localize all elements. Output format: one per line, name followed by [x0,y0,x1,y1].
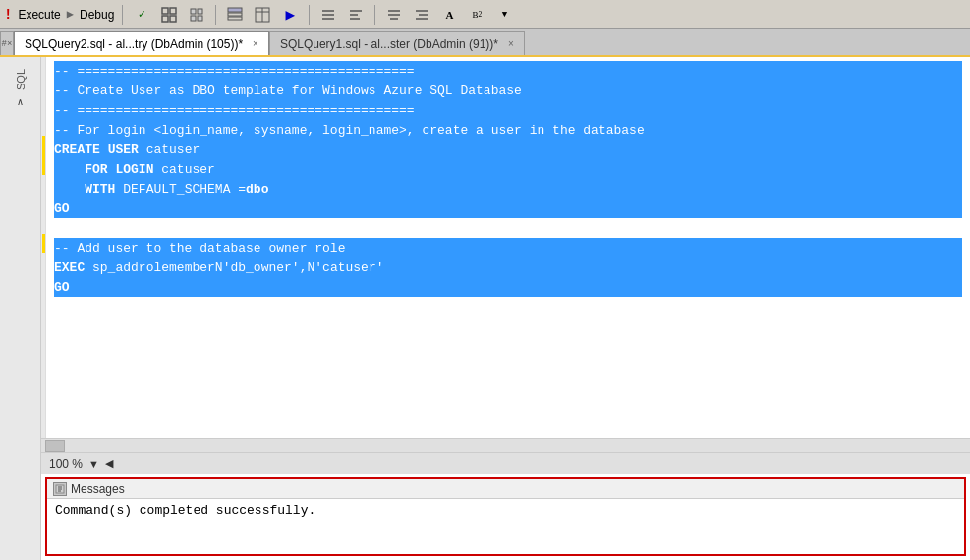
code-line-10: -- Add user to the database owner role [54,238,962,257]
code-area[interactable]: -- =====================================… [46,57,970,438]
zoom-label: 100 % [49,457,83,471]
text-icon2[interactable]: B2 [466,4,487,26]
tab-1-label: SQLQuery2.sql - al...try (DbAdmin (105))… [25,37,243,51]
messages-panel: Messages Command(s) completed successful… [45,477,966,556]
svg-rect-6 [191,16,196,21]
exclamation-icon: ! [4,7,12,23]
toolbar: ! Execute ▶ Debug ✓ ▶ A B2 ▼ [0,0,970,29]
code-line-9 [54,218,962,238]
messages-icon [53,482,67,496]
scroll-left-icon[interactable]: ◀ [105,457,113,470]
editor-main: -- =====================================… [41,57,970,438]
svg-rect-7 [198,16,202,21]
svg-rect-3 [170,16,176,22]
lines-icon1[interactable] [317,4,339,26]
dropdown-icon[interactable]: ▼ [493,4,515,26]
code-line-2: -- Create User as DBO template for Windo… [54,81,962,100]
main-layout: SQL ∧ -- ===============================… [0,57,970,560]
grid-icon1[interactable] [158,4,180,26]
play-icon[interactable]: ▶ [279,4,301,26]
code-line-1: -- =====================================… [54,61,962,81]
tab-2-label: SQLQuery1.sql - al...ster (DbAdmin (91))… [280,37,498,51]
checkmark-icon: ✓ [131,4,152,26]
align-icon2[interactable] [411,4,432,26]
tab-1-close[interactable]: × [253,38,258,49]
svg-rect-5 [198,9,202,14]
code-line-5: CREATE USER catuser [54,140,962,159]
code-line-11: EXEC sp_addrolemember N'db_owner', N'cat… [54,257,962,277]
messages-title: Messages [71,482,125,496]
table-icon[interactable] [224,4,246,26]
svg-rect-9 [228,13,242,16]
messages-header: Messages [47,479,964,499]
sep1 [122,5,123,25]
collapse-btn[interactable]: ∧ [17,96,23,108]
execute-button[interactable]: Execute [18,8,60,22]
sql-label: SQL [15,69,27,90]
tabs-bar: # × SQLQuery2.sql - al...try (DbAdmin (1… [0,29,970,57]
sep3 [309,5,310,25]
tab-pin[interactable]: # × [0,31,14,55]
svg-rect-4 [191,9,196,14]
zoom-dropdown[interactable]: ▼ [88,458,99,470]
code-line-6: FOR LOGIN catuser [54,159,962,179]
code-line-12: GO [54,277,962,297]
align-icon1[interactable] [383,4,405,26]
status-bar: 100 % ▼ ◀ [41,452,970,474]
svg-rect-10 [228,17,242,20]
svg-rect-1 [170,8,176,14]
yellow-indicator [41,57,46,438]
messages-content: Command(s) completed successfully. [47,499,964,554]
tab-2[interactable]: SQLQuery1.sql - al...ster (DbAdmin (91))… [269,31,525,55]
code-line-3: -- =====================================… [54,100,962,120]
tab-1[interactable]: SQLQuery2.sql - al...try (DbAdmin (105))… [14,31,269,55]
svg-rect-0 [162,8,168,14]
debug-button[interactable]: Debug [80,8,114,22]
code-line-8: GO [54,198,962,218]
code-line-7: WITH DEFAULT_SCHEMA = dbo [54,179,962,198]
h-scrollbar[interactable] [41,438,970,452]
lines-icon2[interactable] [345,4,367,26]
svg-rect-8 [228,8,242,12]
table-icon2[interactable] [252,4,273,26]
tab-2-close[interactable]: × [508,38,514,49]
toolbar-sep1: ▶ [67,7,74,22]
svg-rect-2 [162,16,168,22]
text-icon[interactable]: A [438,4,460,26]
code-line-4: -- For login <login_name, sysname, login… [54,120,962,140]
grid-icon2[interactable] [186,4,207,26]
left-gutter: SQL ∧ [0,57,41,560]
editor-container: -- =====================================… [41,57,970,560]
sep4 [374,5,375,25]
sep2 [215,5,216,25]
